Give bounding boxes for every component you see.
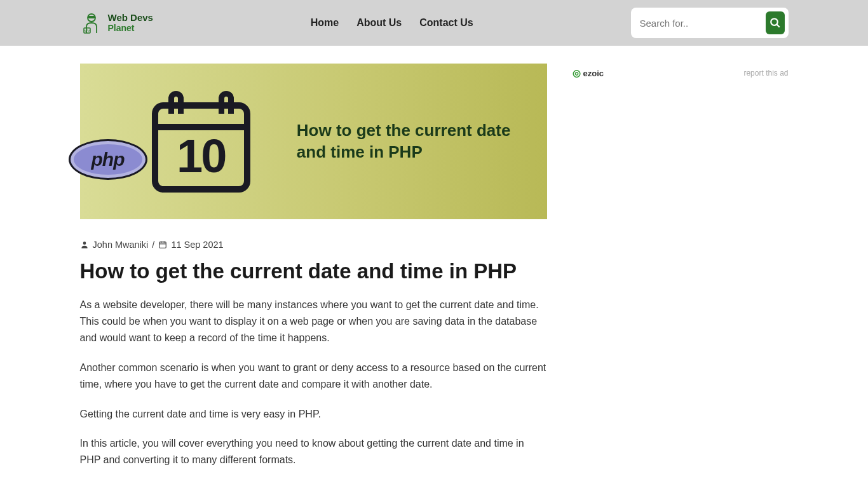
publish-date: 11 Sep 2021 (171, 240, 223, 250)
svg-point-6 (83, 241, 86, 245)
paragraph: Getting the current date and time is ver… (80, 406, 547, 423)
svg-line-5 (776, 24, 780, 27)
svg-rect-7 (159, 242, 166, 248)
sidebar: ◎ ezoic report this ad (573, 64, 789, 488)
svg-rect-1 (88, 16, 95, 18)
search-icon (770, 17, 781, 29)
user-icon (80, 240, 89, 249)
ezoic-icon: ◎ (573, 67, 581, 79)
hero-banner: 10 php How to get the current date and t… (80, 64, 547, 219)
ezoic-badge: ◎ ezoic (573, 67, 604, 79)
meta-separator: / (152, 240, 154, 250)
author-name: John Mwaniki (93, 240, 149, 250)
hero-graphic: 10 php (105, 91, 297, 193)
main-nav: Home About Us Contact Us (311, 17, 473, 29)
svg-text:</>: </> (84, 29, 90, 32)
article-title: How to get the current date and time in … (80, 259, 547, 284)
calendar-icon: 10 (152, 91, 250, 193)
logo-line1: Web Devs (108, 13, 153, 24)
logo-line2: Planet (108, 24, 153, 33)
content-wrap: 10 php How to get the current date and t… (80, 64, 789, 488)
search-container (631, 8, 789, 38)
header-bar: </> Web Devs Planet Home About Us Contac… (0, 0, 868, 46)
hero-text: How to get the current date and time in … (297, 120, 522, 163)
logo-icon: </> (80, 11, 103, 34)
calendar-day-number: 10 (152, 129, 250, 183)
nav-about[interactable]: About Us (356, 17, 402, 29)
svg-point-4 (771, 18, 778, 25)
paragraph: Another common scenario is when you want… (80, 360, 547, 393)
nav-contact[interactable]: Contact Us (419, 17, 473, 29)
ezoic-label: ezoic (583, 69, 604, 78)
search-button[interactable] (766, 11, 785, 34)
sidebar-ad-row: ◎ ezoic report this ad (573, 67, 789, 79)
site-logo[interactable]: </> Web Devs Planet (80, 11, 153, 34)
paragraph: In this article, you will cover everythi… (80, 435, 547, 469)
main-column: 10 php How to get the current date and t… (80, 64, 547, 488)
article-body: As a website developer, there will be ma… (80, 297, 547, 488)
hero-title: How to get the current date and time in … (297, 120, 522, 163)
report-ad-link[interactable]: report this ad (743, 69, 788, 78)
paragraph: As a website developer, there will be ma… (80, 297, 547, 347)
calendar-small-icon (158, 240, 167, 249)
nav-home[interactable]: Home (311, 17, 339, 29)
logo-text: Web Devs Planet (108, 13, 153, 33)
php-badge-icon: php (69, 139, 147, 180)
header-inner: </> Web Devs Planet Home About Us Contac… (80, 8, 789, 38)
article-meta: John Mwaniki / 11 Sep 2021 (80, 240, 547, 250)
search-input[interactable] (640, 18, 761, 29)
